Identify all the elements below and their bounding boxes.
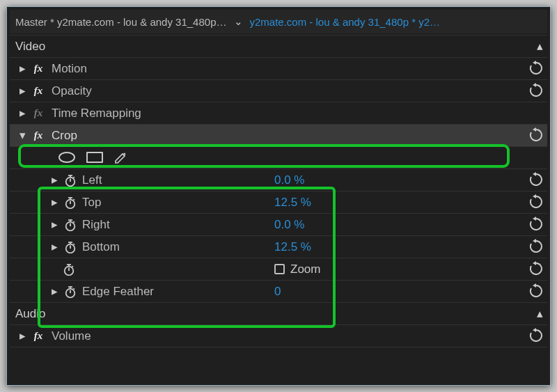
fx-badge-icon[interactable]: fx: [31, 130, 46, 141]
reset-button[interactable]: [528, 239, 543, 253]
reset-button[interactable]: [528, 217, 543, 230]
param-bottom[interactable]: ▸ Bottom 12.5 %: [10, 235, 547, 258]
mask-rectangle-icon[interactable]: [86, 152, 103, 163]
fx-badge-icon[interactable]: fx: [31, 107, 46, 119]
param-zoom[interactable]: Zoom: [10, 258, 547, 280]
param-right-value[interactable]: 0.0 %: [274, 218, 304, 232]
chevron-right-icon[interactable]: ▸: [49, 195, 60, 210]
effect-time-remapping[interactable]: ▸ fx Time Remapping: [10, 102, 547, 124]
param-top-value[interactable]: 12.5 %: [274, 196, 311, 210]
param-edge-feather[interactable]: ▸ Edge Feather 0: [10, 280, 547, 302]
param-right-label: Right: [82, 218, 110, 232]
param-right[interactable]: ▸ Right 0.0 %: [10, 213, 547, 235]
chevron-right-icon[interactable]: ▸: [49, 173, 60, 187]
reset-button[interactable]: [528, 261, 543, 275]
chevron-right-icon[interactable]: ▸: [17, 61, 28, 76]
chevron-right-icon[interactable]: ▸: [49, 240, 60, 254]
reset-button[interactable]: [528, 61, 543, 75]
fx-badge-icon[interactable]: fx: [31, 330, 46, 342]
reset-button[interactable]: [528, 83, 543, 97]
chevron-right-icon[interactable]: ▸: [17, 106, 28, 120]
param-edge-feather-value[interactable]: 0: [274, 285, 281, 299]
reset-button[interactable]: [528, 328, 543, 342]
param-left[interactable]: ▸ Left 0.0 %: [10, 168, 547, 191]
stopwatch-icon[interactable]: [63, 285, 78, 298]
collapse-up-icon[interactable]: ▴: [537, 306, 543, 321]
tab-master[interactable]: Master * y2mate.com - lou & andy 31_480p…: [15, 16, 227, 28]
crop-mask-tools: [10, 146, 547, 168]
param-bottom-value[interactable]: 12.5 %: [274, 240, 311, 254]
effect-motion-label: Motion: [52, 62, 87, 76]
reset-button[interactable]: [528, 127, 543, 141]
stopwatch-icon[interactable]: [61, 263, 77, 276]
param-left-label: Left: [82, 173, 102, 187]
param-edge-feather-label: Edge Feather: [82, 285, 154, 299]
effect-crop[interactable]: ▾ fx Crop: [10, 124, 547, 146]
effect-opacity[interactable]: ▸ fx Opacity: [10, 79, 547, 102]
section-video-label: Video: [15, 40, 45, 54]
section-audio-label: Audio: [15, 307, 45, 321]
effect-volume[interactable]: ▸ fx Volume: [10, 324, 547, 347]
chevron-right-icon[interactable]: ▸: [17, 84, 28, 98]
effect-opacity-label: Opacity: [52, 84, 92, 98]
zoom-checkbox[interactable]: [274, 264, 285, 274]
param-top[interactable]: ▸ Top 12.5 %: [10, 191, 547, 213]
effect-crop-label: Crop: [52, 129, 77, 143]
chevron-right-icon[interactable]: ▸: [17, 329, 28, 343]
param-zoom-label: Zoom: [290, 262, 320, 276]
param-bottom-label: Bottom: [82, 240, 120, 254]
tab-source-link[interactable]: y2mate.com - lou & andy 31_480p * y2…: [250, 16, 441, 28]
reset-button[interactable]: [528, 283, 543, 297]
section-video[interactable]: Video ▴: [10, 35, 547, 57]
stopwatch-icon[interactable]: [63, 241, 78, 253]
tab-dropdown-caret[interactable]: ⌄: [233, 15, 244, 28]
reset-button[interactable]: [528, 194, 543, 208]
collapse-up-icon[interactable]: ▴: [537, 39, 543, 54]
effect-time-remapping-label: Time Remapping: [52, 107, 141, 120]
fx-badge-icon[interactable]: fx: [31, 63, 46, 75]
effect-volume-label: Volume: [52, 329, 91, 343]
chevron-right-icon[interactable]: ▸: [49, 284, 60, 299]
fx-badge-icon[interactable]: fx: [31, 85, 46, 97]
stopwatch-icon[interactable]: [63, 174, 78, 187]
param-left-value[interactable]: 0.0 %: [274, 173, 304, 187]
stopwatch-icon[interactable]: [63, 196, 78, 209]
param-top-label: Top: [82, 196, 101, 210]
reset-button[interactable]: [528, 172, 543, 186]
effect-motion[interactable]: ▸ fx Motion: [10, 57, 547, 79]
stopwatch-icon[interactable]: [63, 219, 78, 231]
chevron-right-icon[interactable]: ▸: [49, 217, 60, 232]
source-tabs: Master * y2mate.com - lou & andy 31_480p…: [10, 10, 547, 33]
section-audio[interactable]: Audio ▴: [10, 302, 547, 324]
chevron-down-icon[interactable]: ▾: [17, 128, 28, 143]
pen-tool-icon[interactable]: [114, 152, 127, 164]
mask-ellipse-icon[interactable]: [58, 152, 75, 163]
